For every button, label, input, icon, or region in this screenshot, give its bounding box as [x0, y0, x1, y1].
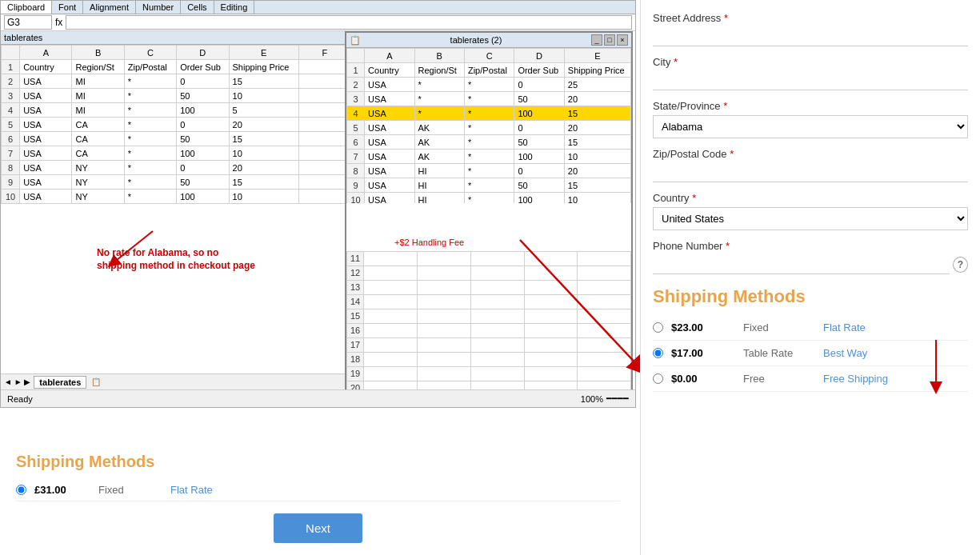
- right-shipping-radio-1[interactable]: [653, 348, 663, 358]
- s2-cell-6-2[interactable]: *: [464, 135, 514, 150]
- ribbon-tab-cells[interactable]: Cells: [181, 1, 214, 14]
- s2-cell-4-2[interactable]: *: [464, 106, 514, 121]
- left-shipping-radio-0[interactable]: [16, 485, 26, 495]
- s1-cell-9-0[interactable]: USA: [20, 175, 72, 190]
- right-street-input[interactable]: [653, 27, 968, 46]
- cell-e1[interactable]: Shipping Price: [229, 60, 298, 74]
- s2-cell-8-2[interactable]: *: [464, 164, 514, 178]
- right-shipping-radio-0[interactable]: [653, 322, 663, 333]
- s1-cell-4-0[interactable]: USA: [20, 103, 72, 118]
- s2-cell-6-3[interactable]: 50: [514, 135, 564, 150]
- s1-cell-8-0[interactable]: USA: [20, 161, 72, 175]
- s2-b1[interactable]: Region/St: [414, 63, 464, 78]
- cell-f1[interactable]: [298, 60, 350, 74]
- cell-c1[interactable]: Zip/Postal: [124, 60, 176, 74]
- sheet2-container[interactable]: A B C D E 1 Country Region/St Zip/Postal: [346, 48, 631, 203]
- s2-cell-4-1[interactable]: *: [414, 106, 464, 121]
- s2-cell-9-4[interactable]: 15: [564, 178, 630, 193]
- s2-cell-3-2[interactable]: *: [464, 92, 514, 106]
- s2-cell-8-1[interactable]: HI: [414, 164, 464, 178]
- s2-cell-8-3[interactable]: 0: [514, 164, 564, 178]
- s1-cell-7-2[interactable]: *: [124, 146, 176, 161]
- cell-d1[interactable]: Order Sub: [177, 60, 229, 74]
- s2-cell-5-1[interactable]: AK: [414, 121, 464, 135]
- s2-cell-2-0[interactable]: USA: [365, 78, 414, 92]
- ribbon-tab-editing[interactable]: Editing: [214, 1, 255, 14]
- s1-cell-9-2[interactable]: *: [124, 175, 176, 190]
- s2-cell-6-0[interactable]: USA: [365, 135, 414, 150]
- s2-cell-9-1[interactable]: HI: [414, 178, 464, 193]
- sheet1-tab[interactable]: tablerates: [34, 376, 86, 389]
- s1-cell-3-1[interactable]: MI: [72, 89, 124, 103]
- s1-cell-10-1[interactable]: NY: [72, 190, 124, 204]
- s2-cell-10-0[interactable]: USA: [365, 193, 414, 203]
- s2-cell-3-4[interactable]: 20: [564, 92, 630, 106]
- s2-cell-3-3[interactable]: 50: [514, 92, 564, 106]
- s1-cell-6-3[interactable]: 50: [177, 132, 229, 146]
- s1-cell-3-0[interactable]: USA: [20, 89, 72, 103]
- s2-cell-2-4[interactable]: 25: [564, 78, 630, 92]
- ribbon-tab-alignment[interactable]: Alignment: [83, 1, 136, 14]
- s2-cell-8-0[interactable]: USA: [365, 164, 414, 178]
- sheet2-close[interactable]: ×: [617, 34, 628, 46]
- ribbon-tab-number[interactable]: Number: [136, 1, 181, 14]
- s2-cell-4-0[interactable]: USA: [365, 106, 414, 121]
- phone-help-icon[interactable]: ?: [953, 257, 968, 273]
- s2-c1[interactable]: Zip/Postal: [464, 63, 514, 78]
- s2-cell-10-4[interactable]: 10: [564, 193, 630, 203]
- s2-cell-2-2[interactable]: *: [464, 78, 514, 92]
- sheet2-maximize[interactable]: □: [604, 34, 615, 46]
- s1-cell-2-0[interactable]: USA: [20, 74, 72, 89]
- formula-input[interactable]: [66, 15, 632, 30]
- s1-cell-2-2[interactable]: *: [124, 74, 176, 89]
- s1-cell-5-3[interactable]: 0: [177, 118, 229, 132]
- s2-cell-3-1[interactable]: *: [414, 92, 464, 106]
- s2-cell-4-3[interactable]: 100: [514, 106, 564, 121]
- s1-cell-6-4[interactable]: 15: [229, 132, 298, 146]
- s1-cell-4-3[interactable]: 100: [177, 103, 229, 118]
- s2-cell-5-0[interactable]: USA: [365, 121, 414, 135]
- right-city-input[interactable]: [653, 71, 968, 90]
- next-button[interactable]: Next: [274, 513, 362, 543]
- s1-cell-5-1[interactable]: CA: [72, 118, 124, 132]
- s1-cell-6-2[interactable]: *: [124, 132, 176, 146]
- ribbon-tab-clipboard[interactable]: Clipboard: [1, 1, 52, 14]
- right-country-select[interactable]: United States: [653, 207, 968, 230]
- s1-cell-4-4[interactable]: 5: [229, 103, 298, 118]
- s2-cell-10-2[interactable]: *: [464, 193, 514, 203]
- cell-a1[interactable]: Country: [20, 60, 72, 74]
- s2-cell-9-2[interactable]: *: [464, 178, 514, 193]
- s1-cell-5-0[interactable]: USA: [20, 118, 72, 132]
- s1-cell-7-4[interactable]: 10: [229, 146, 298, 161]
- right-phone-input[interactable]: [653, 255, 950, 274]
- s1-cell-7-3[interactable]: 100: [177, 146, 229, 161]
- sheet1-nav[interactable]: ◄ ► ▶: [4, 377, 30, 386]
- s2-cell-7-4[interactable]: 10: [564, 150, 630, 164]
- s2-cell-7-2[interactable]: *: [464, 150, 514, 164]
- s2-cell-9-0[interactable]: USA: [365, 178, 414, 193]
- s1-cell-10-0[interactable]: USA: [20, 190, 72, 204]
- s2-cell-4-4[interactable]: 15: [564, 106, 630, 121]
- s1-cell-6-1[interactable]: CA: [72, 132, 124, 146]
- s2-cell-7-3[interactable]: 100: [514, 150, 564, 164]
- s2-cell-7-0[interactable]: USA: [365, 150, 414, 164]
- s1-cell-9-3[interactable]: 50: [177, 175, 229, 190]
- s1-cell-5-2[interactable]: *: [124, 118, 176, 132]
- sheet2-minimize[interactable]: _: [591, 34, 602, 46]
- s1-cell-6-0[interactable]: USA: [20, 132, 72, 146]
- s1-cell-4-1[interactable]: MI: [72, 103, 124, 118]
- s1-cell-9-1[interactable]: NY: [72, 175, 124, 190]
- s1-cell-8-1[interactable]: NY: [72, 161, 124, 175]
- s1-cell-5-4[interactable]: 20: [229, 118, 298, 132]
- s1-cell-10-3[interactable]: 100: [177, 190, 229, 204]
- s2-cell-9-3[interactable]: 50: [514, 178, 564, 193]
- s1-cell-7-1[interactable]: CA: [72, 146, 124, 161]
- right-shipping-radio-2[interactable]: [653, 373, 663, 384]
- s1-cell-3-2[interactable]: *: [124, 89, 176, 103]
- s2-cell-5-4[interactable]: 20: [564, 121, 630, 135]
- s2-a1[interactable]: Country: [365, 63, 414, 78]
- s2-cell-6-1[interactable]: AK: [414, 135, 464, 150]
- name-box[interactable]: [4, 15, 52, 30]
- right-state-select[interactable]: Alabama: [653, 115, 968, 138]
- ribbon-tab-font[interactable]: Font: [52, 1, 83, 14]
